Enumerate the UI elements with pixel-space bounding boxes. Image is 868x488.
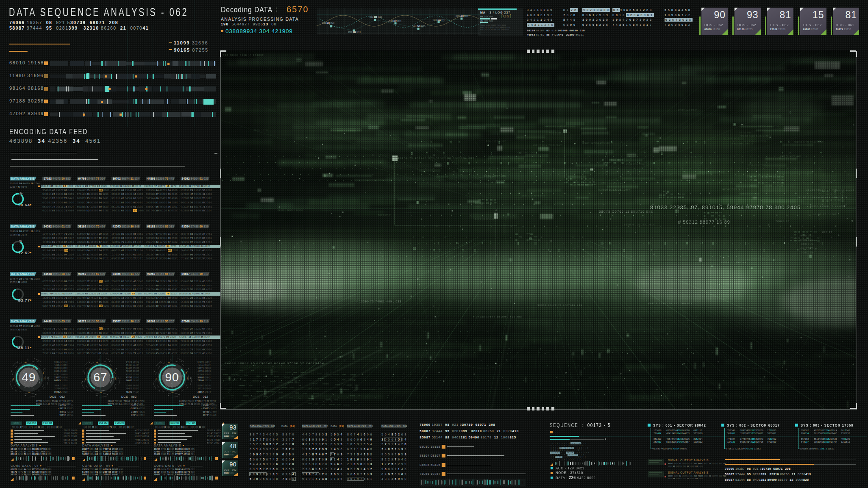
svg-text:6062 158 7620: 6062 158 7620 [322,22,335,24]
svg-text:6919 999 2332: 6919 999 2332 [433,19,446,22]
svg-text:8821 409 8113: 8821 409 8113 [456,15,468,17]
svg-text:0199 912 6913: 0199 912 6913 [389,20,402,22]
svg-text:9722 999 9213: 9722 999 9213 [348,31,361,33]
svg-text:4982 101 9102: 4982 101 9102 [369,16,382,18]
svg-text:5461 343 4435: 5461 343 4435 [412,25,426,28]
